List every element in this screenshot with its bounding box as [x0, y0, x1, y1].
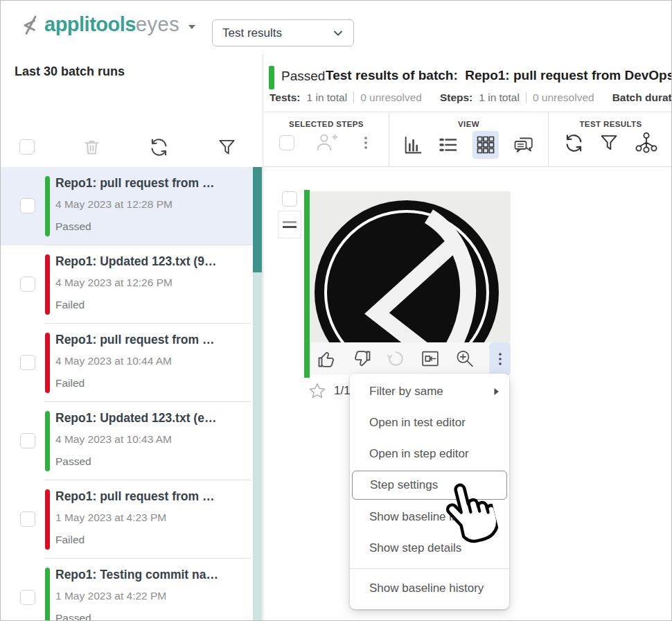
menu-item-filter-by-same[interactable]: Filter by same	[350, 376, 509, 407]
test-results-section: TEST RESULTS	[549, 112, 672, 166]
batch-run-item[interactable]: Repo1: pull request from … 4 May 2023 at…	[1, 167, 253, 245]
batch-run-item[interactable]: Repo1: Updated 123.txt (e… 4 May 2023 at…	[1, 402, 253, 480]
step-drag-handle[interactable]	[278, 211, 301, 238]
view-label: VIEW	[389, 120, 548, 128]
comments-view-button[interactable]	[512, 134, 536, 156]
batch-checkbox[interactable]	[20, 590, 35, 605]
batch-duration-label: Batch duration:	[612, 91, 672, 104]
step-more-button[interactable]	[489, 342, 511, 376]
compare-region-button[interactable]	[420, 349, 441, 369]
caret-down-icon	[188, 24, 196, 30]
view-select[interactable]: Test results	[212, 19, 354, 46]
filter-results-button[interactable]	[599, 133, 619, 152]
selected-steps-label: SELECTED STEPS	[264, 120, 389, 128]
step-action-toolbar	[310, 342, 511, 375]
chart-view-button[interactable]	[402, 134, 423, 156]
batch-title: Repo1: Testing commit na…	[55, 568, 218, 582]
batch-run-item[interactable]: Repo1: Testing commit na… 1 May 2023 at …	[1, 559, 253, 621]
test-results-label: TEST RESULTS	[549, 120, 672, 128]
sidebar-scrollbar-track[interactable]	[253, 167, 262, 621]
batch-run-item[interactable]: Repo1: Updated 123.txt (9… 4 May 2023 at…	[1, 245, 253, 324]
batch-title: Repo1: pull request from …	[55, 333, 214, 347]
thumbs-up-icon	[317, 349, 337, 369]
drag-handle-icon	[283, 221, 297, 223]
batch-title: Repo1: Updated 123.txt (9…	[55, 254, 216, 269]
menu-item-open-in-test-editor[interactable]: Open in test editor	[350, 407, 509, 438]
step-thumbnail[interactable]	[310, 191, 511, 342]
menu-item-label: Filter by same	[369, 385, 443, 399]
batch-date: 4 May 2023 at 12:26 PM	[55, 277, 173, 289]
favorite-button[interactable]	[308, 382, 326, 400]
batch-date: 1 May 2023 at 4:23 PM	[55, 511, 166, 524]
sync-icon	[148, 137, 170, 158]
refresh-results-button[interactable]	[563, 132, 585, 154]
status-bar	[45, 254, 50, 315]
batch-run-item[interactable]: Repo1: pull request from … 1 May 2023 at…	[1, 480, 253, 559]
status-bar	[45, 411, 50, 471]
batch-status: Passed	[55, 455, 91, 468]
selected-steps-more-button[interactable]	[358, 134, 373, 151]
sidebar-title: Last 30 batch runs	[15, 64, 125, 79]
grid-view-button[interactable]	[472, 131, 499, 159]
assign-user-button[interactable]	[315, 131, 338, 154]
batch-results-title: Test results of batch: Repo1: pull reque…	[326, 68, 672, 83]
filter-icon	[599, 133, 619, 152]
divider	[526, 92, 527, 103]
sidebar-scrollbar-thumb[interactable]	[253, 167, 262, 272]
menu-item-label: Open in test editor	[369, 416, 466, 430]
rerun-icon	[386, 349, 406, 369]
select-all-batches-checkbox[interactable]	[19, 139, 35, 155]
list-view-button[interactable]	[436, 134, 460, 156]
batch-checkbox[interactable]	[20, 198, 35, 213]
batch-checkbox[interactable]	[20, 277, 35, 292]
step-page-indicator: 1/1	[334, 384, 351, 398]
menu-item-open-in-step-editor[interactable]: Open in step editor	[350, 438, 509, 469]
batch-title: Repo1: pull request from …	[55, 489, 214, 504]
status-bar	[45, 176, 50, 236]
refresh-batches-button[interactable]	[148, 137, 170, 158]
zoom-in-button[interactable]	[454, 349, 475, 369]
step-checkbox[interactable]	[282, 191, 297, 207]
batch-title: Repo1: Updated 123.txt (e…	[55, 411, 216, 426]
test-results-panel: Passed Test results of batch: Repo1: pul…	[264, 55, 672, 621]
thumbs-down-button[interactable]	[351, 349, 372, 369]
applitools-logo-menu[interactable]: applitoolseyes	[19, 13, 196, 36]
applitools-eyes-app: applitoolseyes Test results Last 30 batc…	[0, 0, 672, 621]
selected-steps-section: SELECTED STEPS	[264, 112, 389, 166]
batch-checkbox[interactable]	[20, 355, 35, 370]
batch-run-item[interactable]: Repo1: pull request from … 4 May 2023 at…	[1, 324, 253, 402]
steps-grid: 1/1 Filter by same Open in test editor O…	[264, 167, 672, 621]
steps-unresolved: 0 unresolved	[533, 91, 594, 104]
menu-separator	[350, 568, 509, 569]
batch-checkbox[interactable]	[20, 511, 35, 527]
sidebar-toolbar	[1, 132, 253, 161]
filter-batches-button[interactable]	[218, 138, 236, 157]
steps-total: 1 in total	[479, 91, 520, 104]
drag-handle-icon	[283, 226, 297, 228]
chevron-down-icon	[333, 28, 344, 39]
trash-icon	[82, 138, 101, 157]
batch-checkbox[interactable]	[20, 433, 35, 448]
thumbs-up-button[interactable]	[317, 349, 337, 369]
sync-icon	[563, 132, 585, 154]
select-all-steps-checkbox[interactable]	[279, 135, 294, 150]
group-by-button[interactable]	[633, 131, 658, 155]
comments-icon	[512, 134, 536, 156]
menu-item-label: Show baseline history	[369, 581, 484, 595]
kebab-icon	[493, 351, 508, 367]
rerun-button[interactable]	[386, 349, 406, 369]
menu-item-label: Step settings	[370, 478, 438, 492]
grid-view-icon	[475, 134, 496, 155]
menu-item-show-baseline-history[interactable]: Show baseline history	[350, 572, 509, 604]
menu-item-label: Open in step editor	[369, 447, 469, 461]
step-status-bar	[304, 190, 310, 378]
top-bar: applitoolseyes Test results	[1, 1, 671, 55]
status-bar	[45, 568, 50, 621]
batch-status: Failed	[55, 377, 85, 390]
thumbs-down-icon	[351, 349, 372, 369]
delete-batches-button[interactable]	[82, 138, 101, 157]
kebab-icon	[358, 134, 373, 151]
batch-runs-sidebar: Last 30 batch runs	[1, 55, 263, 621]
batch-status: Failed	[55, 299, 85, 311]
step-footer: 1/1	[308, 382, 351, 400]
